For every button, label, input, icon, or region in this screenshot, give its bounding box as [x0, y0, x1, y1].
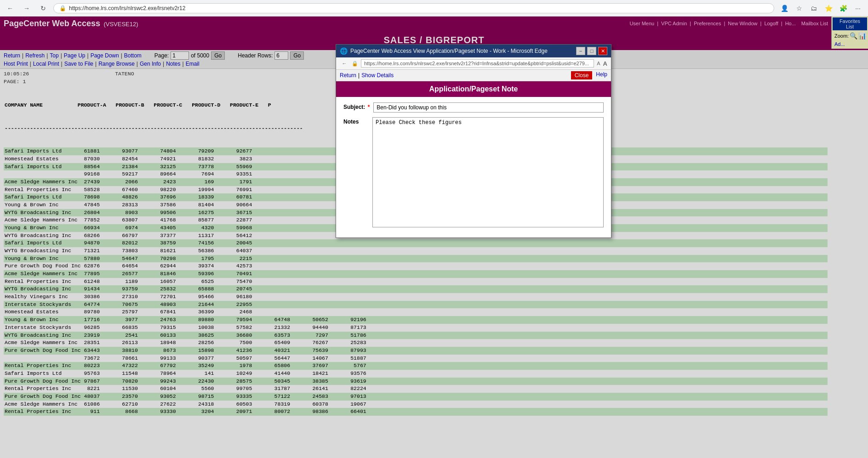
modal-return-link[interactable]: Return [340, 72, 356, 79]
modal-help-link[interactable]: Help [596, 71, 607, 79]
browser-icons: 👤 ☆ 🗂 ⭐ 🧩 ··· [778, 2, 864, 15]
back-button[interactable]: ← [4, 2, 17, 15]
star-icon[interactable]: ☆ [793, 2, 805, 15]
refresh-button[interactable]: ↻ [37, 2, 50, 15]
modal-back-button[interactable]: ← [340, 59, 349, 68]
forward-button[interactable]: → [20, 2, 33, 15]
collections-icon[interactable]: 🗂 [807, 2, 820, 15]
app-container: PageCenter Web Access (VSVESE12) User Me… [0, 17, 868, 458]
more-icon[interactable]: ··· [851, 2, 864, 15]
address-bar[interactable]: 🔒 https://home.lrs.com/lrs/nlrswc2.exe/l… [53, 3, 774, 13]
subject-row: Subject: * [343, 102, 604, 113]
subject-label: Subject: * [343, 102, 370, 110]
modal-maximize-button[interactable]: □ [587, 47, 596, 55]
modal-controls: − □ ✕ [576, 47, 607, 55]
profile-icon[interactable]: 👤 [778, 2, 791, 15]
modal-close-button[interactable]: ✕ [598, 47, 607, 55]
modal-address-bar: ← 🔒 https://home.lrs.com/lrs/nlrswc2.exe… [336, 57, 611, 70]
lock-icon: 🔒 [352, 61, 358, 67]
modal-url[interactable]: https://home.lrs.com/lrs/nlrswc2.exe/lrs… [361, 59, 594, 68]
modal-close-text-button[interactable]: Close [571, 71, 593, 79]
modal-titlebar: 🌐 PageCenter Web Access View Application… [336, 45, 611, 57]
modal-aa-icon: A [597, 61, 600, 66]
modal-aa-icon-large: A [603, 60, 607, 67]
extensions-icon[interactable]: 🧩 [837, 2, 850, 15]
modal-overlay: 🌐 PageCenter Web Access View Application… [0, 17, 868, 458]
modal-content: Application/Pageset Note Subject: * Note… [336, 81, 611, 237]
browser-chrome: ← → ↻ 🔒 https://home.lrs.com/lrs/nlrswc2… [0, 0, 868, 17]
modal-nav: Return | Show Details Close Help [336, 70, 611, 81]
favorites-icon[interactable]: ⭐ [822, 2, 835, 15]
notes-label: Notes [343, 117, 369, 125]
modal-show-details-link[interactable]: Show Details [361, 72, 394, 79]
modal-content-title: Application/Pageset Note [336, 81, 611, 97]
modal-title-text: 🌐 PageCenter Web Access View Application… [340, 47, 548, 55]
subject-input[interactable] [373, 102, 604, 113]
modal-minimize-button[interactable]: − [576, 47, 585, 55]
required-indicator: * [368, 104, 370, 110]
modal-window: 🌐 PageCenter Web Access View Application… [336, 44, 611, 238]
edge-icon: 🌐 [340, 47, 348, 55]
modal-form: Subject: * Notes Please Check these figu… [336, 97, 611, 237]
notes-row: Notes Please Check these figures [343, 117, 604, 227]
notes-textarea[interactable]: Please Check these figures [372, 117, 604, 227]
